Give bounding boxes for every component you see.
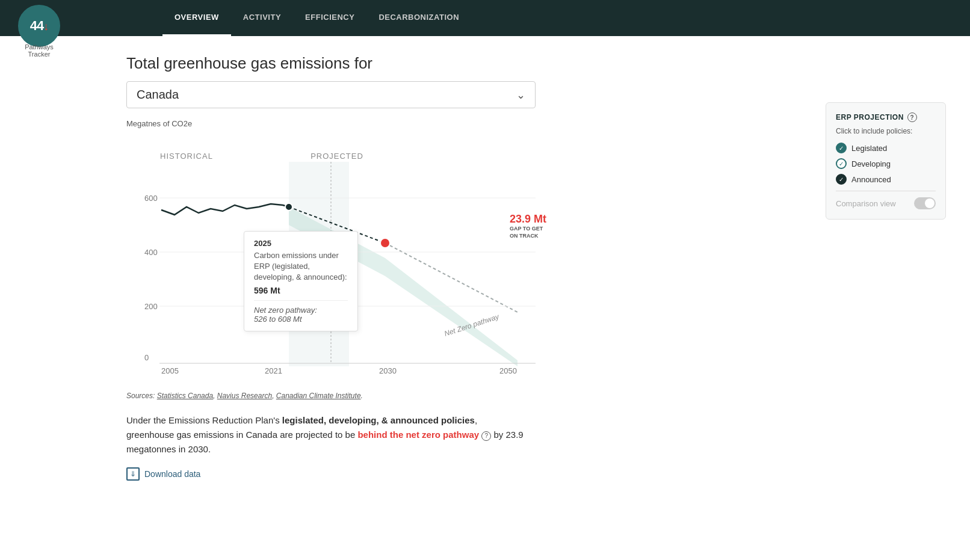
source-statistics-canada[interactable]: Statistics Canada bbox=[157, 392, 213, 400]
download-label: Download data bbox=[144, 469, 200, 479]
gap-mt-value: 23.9 Mt bbox=[510, 213, 546, 226]
svg-point-17 bbox=[380, 238, 390, 248]
chart-container: 600 400 200 0 2005 2021 2030 2050 HISTOR… bbox=[126, 132, 548, 384]
legislated-icon: ✓ bbox=[836, 143, 847, 153]
svg-text:2021: 2021 bbox=[265, 366, 282, 375]
policy-legislated[interactable]: ✓ Legislated bbox=[836, 143, 936, 153]
sources: Sources: Statistics Canada, Navius Resea… bbox=[126, 392, 814, 400]
logo[interactable]: 44↓ bbox=[18, 5, 60, 47]
policy-legislated-label: Legislated bbox=[851, 144, 887, 153]
svg-text:200: 200 bbox=[144, 302, 158, 311]
tooltip-value: 596 Mt bbox=[254, 286, 348, 295]
nav-decarbonization[interactable]: DECARBONIZATION bbox=[366, 0, 471, 36]
nav-overview[interactable]: OVERVIEW bbox=[162, 0, 231, 36]
comparison-toggle[interactable] bbox=[914, 197, 936, 209]
chevron-down-icon: ⌄ bbox=[516, 88, 525, 102]
download-link[interactable]: ⇓ Download data bbox=[126, 467, 814, 481]
panel-info-icon[interactable]: ? bbox=[907, 112, 917, 122]
dropdown-value: Canada bbox=[137, 88, 179, 102]
svg-text:PROJECTED: PROJECTED bbox=[310, 152, 363, 161]
svg-text:0: 0 bbox=[144, 353, 149, 362]
svg-text:400: 400 bbox=[144, 248, 158, 257]
svg-text:2050: 2050 bbox=[499, 366, 517, 375]
description-text: Under the Emissions Reduction Plan's leg… bbox=[126, 413, 524, 457]
tooltip-description: Carbon emissions under ERP (legislated, … bbox=[254, 250, 348, 283]
erp-projection-panel: ERP PROJECTION ? Click to include polici… bbox=[826, 102, 946, 220]
panel-title: ERP PROJECTION ? bbox=[836, 112, 936, 122]
main-nav: OVERVIEW ACTIVITY EFFICIENCY DECARBONIZA… bbox=[162, 0, 471, 36]
page-title: Total greenhouse gas emissions for bbox=[126, 54, 814, 73]
policy-developing-label: Developing bbox=[851, 159, 891, 168]
developing-icon: ✓ bbox=[836, 158, 847, 169]
tooltip-year: 2025 bbox=[254, 239, 348, 248]
info-icon[interactable]: ? bbox=[481, 431, 491, 441]
svg-text:2005: 2005 bbox=[161, 366, 179, 375]
source-navius[interactable]: Navius Research bbox=[217, 392, 272, 400]
gap-sub: GAP TO GET ON TRACK bbox=[510, 226, 546, 239]
comparison-label: Comparison view bbox=[836, 199, 896, 208]
source-cci[interactable]: Canadian Climate Institute bbox=[276, 392, 361, 400]
chart-tooltip: 2025 Carbon emissions under ERP (legisla… bbox=[244, 231, 358, 331]
policy-announced[interactable]: ✓ Announced bbox=[836, 174, 936, 185]
svg-text:HISTORICAL: HISTORICAL bbox=[160, 152, 213, 161]
main-content: Total greenhouse gas emissions for Canad… bbox=[0, 36, 970, 499]
svg-text:2030: 2030 bbox=[379, 366, 397, 375]
panel-subtitle: Click to include policies: bbox=[836, 127, 936, 135]
announced-icon: ✓ bbox=[836, 174, 847, 185]
tooltip-nz: Net zero pathway: 526 to 608 Mt bbox=[254, 306, 348, 324]
svg-point-15 bbox=[285, 203, 292, 211]
nav-efficiency[interactable]: EFFICIENCY bbox=[293, 0, 366, 36]
logo-subtitle: Pathways Tracker bbox=[18, 43, 60, 58]
nav-activity[interactable]: ACTIVITY bbox=[231, 0, 293, 36]
svg-text:600: 600 bbox=[144, 194, 158, 203]
policy-developing[interactable]: ✓ Developing bbox=[836, 158, 936, 169]
download-icon: ⇓ bbox=[126, 467, 140, 481]
y-axis-label: Megatnes of CO2e bbox=[126, 119, 814, 128]
chart-section: Total greenhouse gas emissions for Canad… bbox=[126, 54, 814, 481]
gap-label: 23.9 Mt GAP TO GET ON TRACK bbox=[510, 213, 546, 239]
comparison-view-row: Comparison view bbox=[836, 197, 936, 209]
policy-announced-label: Announced bbox=[851, 175, 891, 184]
header: 44↓ Pathways Tracker OVERVIEW ACTIVITY E… bbox=[0, 0, 970, 36]
country-dropdown[interactable]: Canada ⌄ bbox=[126, 81, 536, 108]
logo-number: 44↓ bbox=[30, 18, 48, 34]
